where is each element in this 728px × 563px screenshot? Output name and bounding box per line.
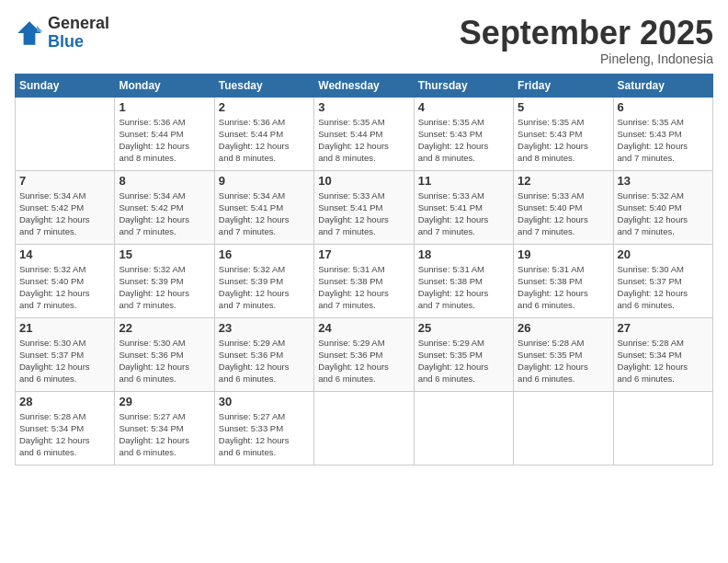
day-number: 16 bbox=[219, 247, 310, 261]
day-info: Sunrise: 5:28 AM Sunset: 5:34 PM Dayligh… bbox=[19, 410, 110, 459]
day-number: 14 bbox=[19, 247, 110, 261]
day-number: 6 bbox=[618, 100, 709, 114]
day-number: 20 bbox=[618, 247, 709, 261]
calendar-cell: 12Sunrise: 5:33 AM Sunset: 5:40 PM Dayli… bbox=[514, 170, 613, 244]
calendar-cell: 30Sunrise: 5:27 AM Sunset: 5:33 PM Dayli… bbox=[214, 391, 313, 465]
calendar-cell: 5Sunrise: 5:35 AM Sunset: 5:43 PM Daylig… bbox=[514, 97, 613, 170]
calendar-cell: 7Sunrise: 5:34 AM Sunset: 5:42 PM Daylig… bbox=[16, 170, 115, 244]
calendar-cell: 6Sunrise: 5:35 AM Sunset: 5:43 PM Daylig… bbox=[613, 97, 712, 170]
day-number: 3 bbox=[318, 100, 409, 114]
day-number: 17 bbox=[318, 247, 409, 261]
logo-text: General Blue bbox=[48, 15, 109, 52]
day-number: 26 bbox=[518, 321, 609, 335]
logo: General Blue bbox=[15, 15, 109, 52]
day-info: Sunrise: 5:35 AM Sunset: 5:44 PM Dayligh… bbox=[318, 116, 409, 165]
day-info: Sunrise: 5:29 AM Sunset: 5:36 PM Dayligh… bbox=[219, 337, 310, 385]
weekday-header: Tuesday bbox=[214, 74, 313, 97]
day-number: 19 bbox=[518, 247, 609, 261]
calendar-cell: 24Sunrise: 5:29 AM Sunset: 5:36 PM Dayli… bbox=[314, 317, 414, 391]
calendar-cell: 25Sunrise: 5:29 AM Sunset: 5:35 PM Dayli… bbox=[414, 317, 513, 391]
day-info: Sunrise: 5:33 AM Sunset: 5:41 PM Dayligh… bbox=[318, 190, 409, 238]
weekday-header: Saturday bbox=[613, 74, 712, 97]
day-number: 25 bbox=[418, 321, 509, 335]
day-info: Sunrise: 5:34 AM Sunset: 5:42 PM Dayligh… bbox=[19, 190, 110, 238]
day-info: Sunrise: 5:28 AM Sunset: 5:34 PM Dayligh… bbox=[618, 337, 709, 385]
day-number: 8 bbox=[119, 174, 210, 188]
calendar-cell bbox=[514, 391, 613, 465]
day-info: Sunrise: 5:36 AM Sunset: 5:44 PM Dayligh… bbox=[219, 116, 310, 165]
calendar-cell: 4Sunrise: 5:35 AM Sunset: 5:43 PM Daylig… bbox=[414, 97, 513, 170]
calendar-cell: 22Sunrise: 5:30 AM Sunset: 5:36 PM Dayli… bbox=[115, 317, 214, 391]
logo-blue-label: Blue bbox=[48, 33, 109, 52]
day-number: 18 bbox=[418, 247, 509, 261]
logo-icon bbox=[15, 18, 44, 48]
week-row: 21Sunrise: 5:30 AM Sunset: 5:37 PM Dayli… bbox=[16, 317, 713, 391]
calendar-cell: 14Sunrise: 5:32 AM Sunset: 5:40 PM Dayli… bbox=[16, 244, 115, 317]
day-info: Sunrise: 5:27 AM Sunset: 5:34 PM Dayligh… bbox=[119, 410, 210, 459]
day-number: 23 bbox=[219, 321, 310, 335]
day-number: 24 bbox=[318, 321, 409, 335]
calendar-cell: 11Sunrise: 5:33 AM Sunset: 5:41 PM Dayli… bbox=[414, 170, 513, 244]
day-info: Sunrise: 5:31 AM Sunset: 5:38 PM Dayligh… bbox=[418, 263, 509, 312]
day-number: 4 bbox=[418, 100, 509, 114]
day-number: 1 bbox=[119, 100, 210, 114]
calendar-cell: 28Sunrise: 5:28 AM Sunset: 5:34 PM Dayli… bbox=[16, 391, 115, 465]
day-number: 10 bbox=[318, 174, 409, 188]
day-info: Sunrise: 5:30 AM Sunset: 5:36 PM Dayligh… bbox=[119, 337, 210, 385]
calendar-table: SundayMondayTuesdayWednesdayThursdayFrid… bbox=[15, 74, 713, 465]
month-title: September 2025 bbox=[460, 15, 713, 52]
calendar-header-row: SundayMondayTuesdayWednesdayThursdayFrid… bbox=[16, 74, 713, 97]
day-info: Sunrise: 5:29 AM Sunset: 5:35 PM Dayligh… bbox=[418, 337, 509, 385]
calendar-cell bbox=[613, 391, 712, 465]
weekday-header: Sunday bbox=[16, 74, 115, 97]
day-info: Sunrise: 5:34 AM Sunset: 5:42 PM Dayligh… bbox=[119, 190, 210, 238]
day-number: 21 bbox=[19, 321, 110, 335]
day-number: 30 bbox=[219, 395, 310, 408]
day-info: Sunrise: 5:35 AM Sunset: 5:43 PM Dayligh… bbox=[418, 116, 509, 165]
day-info: Sunrise: 5:32 AM Sunset: 5:40 PM Dayligh… bbox=[19, 263, 110, 312]
calendar-cell: 18Sunrise: 5:31 AM Sunset: 5:38 PM Dayli… bbox=[414, 244, 513, 317]
day-number: 7 bbox=[19, 174, 110, 188]
day-info: Sunrise: 5:29 AM Sunset: 5:36 PM Dayligh… bbox=[318, 337, 409, 385]
day-info: Sunrise: 5:30 AM Sunset: 5:37 PM Dayligh… bbox=[618, 263, 709, 312]
calendar-cell: 15Sunrise: 5:32 AM Sunset: 5:39 PM Dayli… bbox=[115, 244, 214, 317]
day-info: Sunrise: 5:32 AM Sunset: 5:40 PM Dayligh… bbox=[618, 190, 709, 238]
weekday-header: Thursday bbox=[414, 74, 513, 97]
day-info: Sunrise: 5:32 AM Sunset: 5:39 PM Dayligh… bbox=[219, 263, 310, 312]
calendar-cell: 10Sunrise: 5:33 AM Sunset: 5:41 PM Dayli… bbox=[314, 170, 414, 244]
calendar-cell bbox=[314, 391, 414, 465]
page-header: General Blue September 2025 Pineleng, In… bbox=[15, 15, 713, 66]
day-info: Sunrise: 5:31 AM Sunset: 5:38 PM Dayligh… bbox=[518, 263, 609, 312]
calendar-cell: 9Sunrise: 5:34 AM Sunset: 5:41 PM Daylig… bbox=[214, 170, 313, 244]
calendar-cell: 19Sunrise: 5:31 AM Sunset: 5:38 PM Dayli… bbox=[514, 244, 613, 317]
calendar-cell: 8Sunrise: 5:34 AM Sunset: 5:42 PM Daylig… bbox=[115, 170, 214, 244]
day-number: 11 bbox=[418, 174, 509, 188]
calendar-cell bbox=[16, 97, 115, 170]
calendar-cell: 26Sunrise: 5:28 AM Sunset: 5:35 PM Dayli… bbox=[514, 317, 613, 391]
day-info: Sunrise: 5:36 AM Sunset: 5:44 PM Dayligh… bbox=[119, 116, 210, 165]
day-info: Sunrise: 5:33 AM Sunset: 5:40 PM Dayligh… bbox=[518, 190, 609, 238]
day-info: Sunrise: 5:28 AM Sunset: 5:35 PM Dayligh… bbox=[518, 337, 609, 385]
day-number: 22 bbox=[119, 321, 210, 335]
day-number: 27 bbox=[618, 321, 709, 335]
day-number: 2 bbox=[219, 100, 310, 114]
weekday-header: Friday bbox=[514, 74, 613, 97]
day-number: 5 bbox=[518, 100, 609, 114]
calendar-cell: 27Sunrise: 5:28 AM Sunset: 5:34 PM Dayli… bbox=[613, 317, 712, 391]
day-number: 15 bbox=[119, 247, 210, 261]
day-info: Sunrise: 5:27 AM Sunset: 5:33 PM Dayligh… bbox=[219, 410, 310, 459]
day-number: 9 bbox=[219, 174, 310, 188]
day-info: Sunrise: 5:30 AM Sunset: 5:37 PM Dayligh… bbox=[19, 337, 110, 385]
calendar-cell: 1Sunrise: 5:36 AM Sunset: 5:44 PM Daylig… bbox=[115, 97, 214, 170]
day-info: Sunrise: 5:35 AM Sunset: 5:43 PM Dayligh… bbox=[518, 116, 609, 165]
calendar-cell: 13Sunrise: 5:32 AM Sunset: 5:40 PM Dayli… bbox=[613, 170, 712, 244]
calendar-cell bbox=[414, 391, 513, 465]
title-block: September 2025 Pineleng, Indonesia bbox=[460, 15, 713, 66]
day-info: Sunrise: 5:33 AM Sunset: 5:41 PM Dayligh… bbox=[418, 190, 509, 238]
day-number: 28 bbox=[19, 395, 110, 408]
day-number: 13 bbox=[618, 174, 709, 188]
calendar-cell: 29Sunrise: 5:27 AM Sunset: 5:34 PM Dayli… bbox=[115, 391, 214, 465]
day-info: Sunrise: 5:31 AM Sunset: 5:38 PM Dayligh… bbox=[318, 263, 409, 312]
week-row: 1Sunrise: 5:36 AM Sunset: 5:44 PM Daylig… bbox=[16, 97, 713, 170]
logo-general-label: General bbox=[48, 15, 109, 33]
